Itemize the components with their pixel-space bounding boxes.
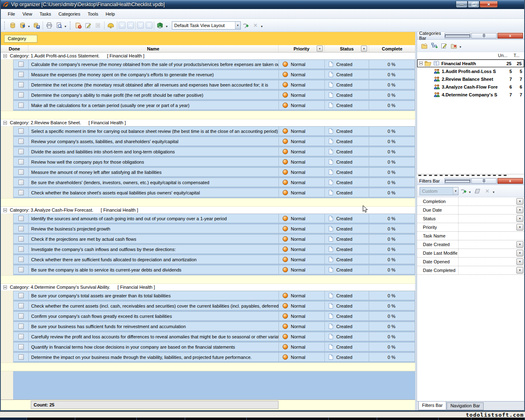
status-cell[interactable]: Created (325, 147, 369, 156)
filter-dropdown-button[interactable]: ▼ (516, 224, 523, 231)
status-cell[interactable]: Created (325, 291, 369, 300)
group-header[interactable]: Category: 1.Audit Profit-and-Loss Statem… (1, 52, 415, 59)
name-cell[interactable]: Be sure the company is able to service i… (29, 265, 279, 274)
save-database-icon[interactable] (32, 21, 41, 30)
new-database-icon[interactable] (8, 21, 18, 30)
done-checkbox[interactable] (18, 354, 24, 360)
categories-toolbar-dropdown-icon[interactable]: ▼ (459, 46, 462, 48)
task-row[interactable]: Determine the impact on your business ma… (13, 352, 415, 362)
column-header-done[interactable]: Done (1, 45, 28, 52)
priority-cell[interactable]: Normal (279, 101, 325, 110)
status-cell[interactable]: Created (325, 301, 369, 310)
group-header[interactable]: Category: 4.Determine Company's Survival… (1, 284, 415, 291)
filter-dropdown-button[interactable]: ▼ (516, 215, 523, 222)
status-cell[interactable]: Created (325, 80, 369, 89)
name-cell[interactable]: Identify the sources and amounts of cash… (29, 214, 279, 223)
status-cell[interactable]: Created (325, 168, 369, 176)
filter-row[interactable]: Date Created ▼ (417, 240, 524, 249)
edit-category-icon[interactable] (439, 41, 449, 51)
name-cell[interactable]: Determine the impact on your business ma… (29, 353, 279, 361)
clear-filter-icon[interactable] (472, 186, 482, 196)
priority-cell[interactable]: Normal (279, 91, 325, 99)
filter-row[interactable]: Date Opened ▼ (417, 258, 524, 266)
name-cell[interactable]: Be sure your company's total assets are … (29, 291, 279, 300)
notify-icon[interactable] (106, 21, 116, 30)
done-checkbox[interactable] (18, 226, 24, 231)
print-preview-icon[interactable] (54, 21, 64, 30)
task-row[interactable]: Be sure your company's total assets are … (13, 291, 415, 300)
status-cell[interactable]: Created (325, 127, 369, 135)
filter-preset-arrow-icon[interactable]: ▼ (453, 187, 458, 195)
tab-navigation-bar[interactable]: Navigation Bar (447, 402, 484, 410)
priority-cell[interactable]: Normal (279, 353, 325, 361)
status-cell[interactable]: Created (325, 224, 369, 233)
status-cell[interactable]: Created (325, 91, 369, 99)
view-layout-dropdown-icon[interactable]: ▼ (165, 25, 168, 28)
group-header[interactable]: Category: 2.Review Balance Sheet. [ Fina… (1, 119, 415, 126)
priority-filter-dropdown-icon[interactable]: ▼ (317, 46, 323, 52)
task-row[interactable]: Identify the sources and amounts of cash… (13, 214, 415, 223)
move-up-icon[interactable] (127, 22, 134, 29)
move-down-icon[interactable] (119, 22, 126, 29)
name-cell[interactable]: Measure the amount of money left after s… (29, 168, 279, 176)
done-checkbox[interactable] (18, 62, 24, 67)
delete-task-icon[interactable] (93, 21, 103, 30)
priority-cell[interactable]: Normal (279, 224, 325, 233)
delete-filter-icon[interactable]: ✕ (482, 186, 492, 196)
status-cell[interactable]: Created (325, 137, 369, 146)
name-cell[interactable]: Determine the company's ability to make … (29, 91, 279, 99)
filter-dropdown-button[interactable]: ▼ (516, 207, 523, 213)
task-row[interactable]: Carefully review the profit and loss acc… (13, 332, 415, 341)
status-cell[interactable]: Created (325, 265, 369, 274)
total-column-header[interactable]: T... (514, 53, 523, 58)
layout-more-dropdown-icon[interactable]: ▼ (260, 25, 263, 28)
priority-cell[interactable]: Normal (279, 301, 325, 310)
move-to-bottom-icon[interactable] (137, 22, 144, 29)
priority-cell[interactable]: Normal (279, 214, 325, 223)
task-row[interactable]: Confirm your company's cash flows greatl… (13, 311, 415, 321)
name-cell[interactable]: Review your company's assets, liabilitie… (29, 137, 279, 146)
apply-filter-dropdown-icon[interactable]: ▼ (468, 191, 471, 194)
done-checkbox[interactable] (18, 313, 24, 319)
filter-dropdown-button[interactable]: ▼ (516, 198, 523, 205)
task-row[interactable]: Select a specific moment in time for car… (13, 126, 415, 136)
category-tree-item[interactable]: 1.Audit Profit-and-Loss S 5 5 (417, 67, 524, 75)
priority-cell[interactable]: Normal (279, 265, 325, 274)
title-bar[interactable]: Vip organizer [C:\Users\dmitry\Desktop\F… (1, 0, 524, 9)
name-cell[interactable]: Carefully review the profit and loss acc… (29, 332, 279, 341)
name-cell[interactable]: Review the business's projected growth (29, 224, 279, 233)
print-dropdown-icon[interactable]: ▼ (64, 25, 67, 28)
done-checkbox[interactable] (18, 159, 24, 164)
done-checkbox[interactable] (18, 103, 24, 108)
priority-cell[interactable]: Normal (279, 147, 325, 156)
task-row[interactable]: Check whether the current assets (incl. … (13, 301, 415, 310)
tab-filters-bar[interactable]: Filters Bar (418, 402, 446, 410)
task-row[interactable]: Determine the net income (the monetary r… (13, 80, 415, 89)
task-row[interactable]: Be sure the company is able to service i… (13, 265, 415, 274)
filter-row[interactable]: Task Name (417, 232, 524, 240)
priority-cell[interactable]: Normal (279, 178, 325, 187)
status-cell[interactable]: Created (325, 353, 369, 361)
priority-cell[interactable]: Normal (279, 168, 325, 176)
priority-cell[interactable]: Normal (279, 255, 325, 264)
priority-cell[interactable]: Normal (279, 188, 325, 197)
task-row[interactable]: Check if the projections are met by actu… (13, 234, 415, 244)
name-cell[interactable]: Be sure the shareholders' (lenders, inve… (29, 178, 279, 187)
priority-cell[interactable]: Normal (279, 127, 325, 135)
done-checkbox[interactable] (18, 128, 24, 134)
priority-cell[interactable]: Normal (279, 312, 325, 320)
column-header-name[interactable]: Name (28, 45, 278, 52)
task-row[interactable]: Review how well the company pays for tho… (13, 157, 415, 167)
task-row[interactable]: Measure the amount of money left after s… (13, 167, 415, 177)
panel-splitter-strip[interactable] (417, 174, 524, 177)
done-checkbox[interactable] (18, 236, 24, 242)
priority-cell[interactable]: Normal (279, 245, 325, 253)
status-cell[interactable]: Created (325, 235, 369, 243)
collapse-group-icon[interactable] (3, 121, 7, 125)
done-checkbox[interactable] (18, 72, 24, 77)
name-cell[interactable]: Investigate the company's cash inflows a… (29, 245, 279, 253)
task-row[interactable]: Review the business's projected growth N… (13, 224, 415, 233)
filter-row[interactable]: Date Last Modified ▼ (417, 249, 524, 258)
status-cell[interactable]: Created (325, 101, 369, 110)
edit-task-icon[interactable] (83, 21, 93, 30)
